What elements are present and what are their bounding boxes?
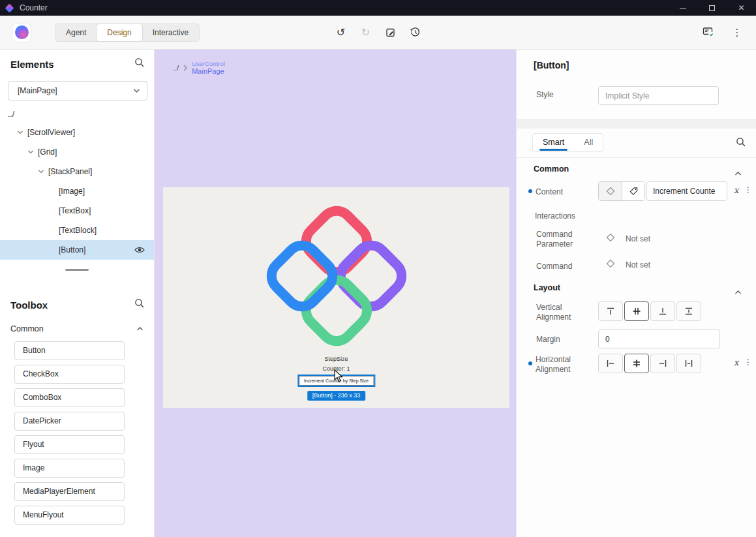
horizontal-alignment-group bbox=[598, 354, 701, 373]
tree-item-label: [Grid] bbox=[38, 147, 57, 157]
search-icon bbox=[736, 137, 746, 147]
section-common-collapse[interactable] bbox=[734, 167, 742, 179]
close-button[interactable]: ✕ bbox=[727, 0, 756, 16]
toolbox-item-flyout[interactable]: Flyout bbox=[14, 435, 125, 454]
design-canvas[interactable]: ../ UserControl MainPage StepSize Counte bbox=[155, 50, 516, 537]
panel-splitter[interactable] bbox=[65, 269, 89, 271]
toolbox-item-combobox[interactable]: ComboBox bbox=[14, 388, 125, 407]
chevron-down-icon[interactable] bbox=[16, 130, 25, 135]
edit-source-button[interactable] bbox=[382, 24, 399, 41]
toolbox-item-datepicker[interactable]: DatePicker bbox=[14, 412, 125, 431]
breadcrumb-root[interactable]: ../ bbox=[173, 64, 179, 72]
literal-mode-button[interactable] bbox=[622, 182, 644, 200]
tree-item-textblock[interactable]: [TextBlock] bbox=[0, 221, 154, 240]
command-parameter-label: Command Parameter bbox=[536, 230, 591, 249]
command-parameter-bind-button[interactable] bbox=[606, 233, 615, 245]
align-right-icon bbox=[658, 358, 668, 369]
halign-modified-dot bbox=[528, 361, 532, 365]
status-check-button[interactable] bbox=[700, 24, 717, 41]
tab-design[interactable]: Design bbox=[96, 23, 142, 42]
vertical-alignment-group bbox=[598, 301, 701, 321]
visibility-toggle[interactable] bbox=[134, 246, 145, 254]
chevron-up-icon bbox=[734, 171, 742, 176]
toolbox-section-common[interactable]: Common bbox=[0, 324, 154, 333]
panel-divider bbox=[517, 119, 756, 129]
toolbox-item-mediaplayerelement[interactable]: MediaPlayerElement bbox=[14, 482, 125, 501]
history-button[interactable] bbox=[407, 24, 424, 41]
tree-item-label: [Button] bbox=[59, 245, 85, 254]
tree-item-image[interactable]: [Image] bbox=[0, 181, 154, 201]
maximize-button[interactable] bbox=[697, 0, 727, 16]
halign-binding-function-icon[interactable]: x bbox=[734, 358, 738, 367]
binding-function-icon[interactable]: x bbox=[734, 185, 738, 195]
toolbox-item-checkbox[interactable]: CheckBox bbox=[14, 365, 125, 384]
studio-logo-button[interactable] bbox=[12, 23, 31, 42]
tree-item-scrollviewer[interactable]: [ScrollViewer] bbox=[0, 123, 154, 142]
tree-item-button[interactable]: [Button] bbox=[0, 240, 154, 260]
halign-center-button[interactable] bbox=[624, 354, 649, 373]
content-value-input[interactable]: Increment Counte bbox=[646, 181, 727, 201]
command-label: Command bbox=[536, 262, 572, 271]
tab-interactive[interactable]: Interactive bbox=[142, 24, 199, 41]
halign-right-button[interactable] bbox=[650, 354, 675, 373]
overflow-menu-button[interactable]: ⋮ bbox=[729, 24, 746, 41]
tag-icon bbox=[629, 187, 639, 196]
valign-stretch-button[interactable] bbox=[676, 301, 701, 321]
binding-mode-button[interactable] bbox=[599, 182, 622, 200]
section-layout-collapse[interactable] bbox=[734, 286, 742, 298]
valign-center-button[interactable] bbox=[624, 301, 649, 321]
chevron-down-icon bbox=[133, 88, 140, 93]
halign-stretch-button[interactable] bbox=[676, 354, 701, 373]
search-icon bbox=[134, 298, 145, 309]
vertical-alignment-label: Vertical Alignment bbox=[536, 303, 582, 322]
halign-left-button[interactable] bbox=[598, 354, 623, 373]
toolbar: Agent Design Interactive ↺ ↻ bbox=[0, 16, 756, 50]
toolbox-item-image[interactable]: Image bbox=[14, 459, 125, 478]
command-bind-button[interactable] bbox=[606, 259, 615, 271]
toolbox-item-menuflyout[interactable]: MenuFlyout bbox=[14, 506, 125, 525]
toolbox-item-button[interactable]: Button bbox=[14, 341, 125, 360]
tree-item-label: [TextBlock] bbox=[59, 226, 97, 235]
content-options-button[interactable]: ⋮ bbox=[744, 186, 752, 194]
command-value: Not set bbox=[626, 260, 650, 269]
tab-design-label: Design bbox=[107, 28, 131, 37]
tab-agent[interactable]: Agent bbox=[55, 24, 97, 41]
chevron-right-icon bbox=[183, 65, 187, 71]
section-common-title: Common bbox=[534, 164, 569, 174]
align-vertical-center-icon bbox=[631, 306, 642, 316]
align-horizontal-center-icon bbox=[631, 358, 642, 369]
tab-all[interactable]: All bbox=[574, 134, 603, 151]
search-icon bbox=[134, 57, 145, 68]
stepsize-label: StepSize bbox=[163, 356, 509, 362]
margin-input[interactable] bbox=[598, 330, 720, 348]
valign-top-button[interactable] bbox=[598, 301, 623, 321]
section-divider bbox=[517, 157, 756, 158]
tree-item-stackpanel[interactable]: [StackPanel] bbox=[0, 162, 154, 181]
breadcrumb-page[interactable]: UserControl MainPage bbox=[192, 60, 225, 75]
properties-search-button[interactable] bbox=[736, 137, 746, 150]
content-label: Content bbox=[536, 187, 563, 196]
tab-interactive-label: Interactive bbox=[153, 28, 189, 37]
tree-item-label: [ScrollViewer] bbox=[27, 128, 75, 137]
tree-item-root[interactable]: ../ bbox=[0, 106, 154, 123]
page-scope-dropdown[interactable]: [MainPage] bbox=[8, 81, 147, 100]
tree-item-label: [TextBox] bbox=[59, 206, 91, 215]
tree-item-textbox[interactable]: [TextBox] bbox=[0, 201, 154, 221]
elements-search-button[interactable] bbox=[134, 57, 145, 70]
toolbox-search-button[interactable] bbox=[134, 298, 145, 311]
minimize-icon bbox=[680, 8, 686, 8]
status-check-icon bbox=[703, 27, 715, 38]
tree-item-label: [StackPanel] bbox=[48, 167, 92, 176]
toolbar-center-actions: ↺ ↻ bbox=[333, 24, 424, 41]
chevron-down-icon[interactable] bbox=[26, 149, 35, 155]
undo-button[interactable]: ↺ bbox=[333, 24, 350, 41]
style-input[interactable] bbox=[598, 86, 719, 105]
tree-item-label: [Image] bbox=[59, 187, 85, 196]
chevron-down-icon[interactable] bbox=[37, 169, 46, 174]
redo-button[interactable]: ↻ bbox=[357, 24, 374, 41]
tab-smart[interactable]: Smart bbox=[533, 134, 574, 151]
tree-item-grid[interactable]: [Grid] bbox=[0, 142, 154, 162]
halign-options-button[interactable]: ⋮ bbox=[744, 358, 752, 366]
valign-bottom-button[interactable] bbox=[650, 301, 675, 321]
minimize-button[interactable] bbox=[668, 0, 697, 16]
